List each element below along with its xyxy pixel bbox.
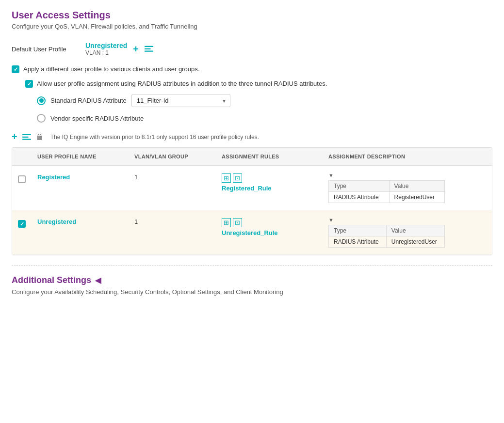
svg-rect-3: [22, 134, 31, 135]
row1-assignment-cell: ⊞ ⊡ Registered_Rule: [222, 173, 317, 192]
row2-edit-icon[interactable]: ⊞: [222, 218, 231, 227]
row1-desc-type-header: Type: [329, 181, 390, 192]
row2-vlan: 1: [129, 217, 216, 226]
row2-desc-type-header: Type: [329, 225, 387, 236]
delete-rule-button[interactable]: 🗑: [36, 133, 44, 141]
apply-different-checkbox[interactable]: [12, 65, 19, 73]
toolbar-info-text: The IQ Engine with version prior to 8.1r…: [50, 134, 259, 141]
row2-profile-link[interactable]: Unregistered: [37, 218, 76, 225]
manage-rules-icon[interactable]: [22, 134, 31, 141]
additional-settings-label: Additional Settings: [12, 275, 91, 285]
allow-radius-checkbox[interactable]: [25, 80, 33, 88]
row1-profile-link[interactable]: Registered: [37, 173, 70, 181]
profile-vlan: VLAN : 1: [85, 49, 127, 56]
apply-different-label: Apply a different user profile to variou…: [23, 65, 199, 74]
standard-radius-label: Standard RADIUS Attribute: [50, 97, 127, 104]
row2-checkbox-cell: [12, 217, 32, 229]
row2-assignment-cell: ⊞ ⊡ Unregistered_Rule: [222, 218, 317, 236]
page-title: User Access Settings: [12, 10, 492, 21]
row1-checkbox[interactable]: [18, 175, 26, 183]
profiles-table: USER PROFILE NAME VLAN/VLAN GROUP ASSIGN…: [12, 147, 492, 255]
row1-desc-data-row: RADIUS Attribute RegisteredUser: [329, 192, 445, 203]
apply-different-checkbox-row: Apply a different user profile to variou…: [12, 65, 492, 74]
allow-radius-label: Allow user profile assignment using RADI…: [37, 79, 327, 88]
table-row: Unregistered 1 ⊞ ⊡ Unregistered_Rule ▼ T…: [12, 210, 492, 255]
row2-desc-type: RADIUS Attribute: [329, 236, 387, 248]
row2-copy-icon[interactable]: ⊡: [233, 218, 242, 227]
standard-radius-radio[interactable]: [37, 96, 46, 105]
th-vlan: VLAN/VLAN GROUP: [129, 152, 216, 161]
row2-checkbox[interactable]: [18, 220, 26, 228]
radius-attribute-dropdown-wrapper: 11_Filter-Id 1_User-Name 64_Tunnel-Type …: [131, 94, 230, 107]
svg-rect-4: [22, 137, 29, 138]
chevron-left-icon[interactable]: ◀: [95, 276, 101, 285]
row1-rule-icons: ⊞ ⊡: [222, 173, 242, 183]
additional-settings-title: Additional Settings ◀: [12, 275, 492, 285]
row1-desc-table: Type Value RADIUS Attribute RegisteredUs…: [328, 180, 445, 203]
row2-desc-value: UnregisteredUser: [386, 236, 444, 248]
row1-checkbox-cell: [12, 172, 32, 184]
table-header: USER PROFILE NAME VLAN/VLAN GROUP ASSIGN…: [12, 148, 492, 166]
row1-desc-value-header: Value: [389, 181, 444, 192]
row2-desc-table: Type Value RADIUS Attribute Unregistered…: [328, 225, 445, 248]
row2-desc-data-row: RADIUS Attribute UnregisteredUser: [329, 236, 445, 248]
row2-rule-icons: ⊞ ⊡: [222, 218, 242, 227]
vendor-radius-label: Vendor specific RADIUS Attribute: [50, 115, 144, 122]
add-profile-button[interactable]: +: [133, 44, 139, 55]
vendor-radius-radio[interactable]: [37, 114, 46, 123]
row1-rule-link[interactable]: Registered_Rule: [222, 185, 272, 192]
manage-profiles-icon[interactable]: [145, 46, 153, 52]
profile-name-link[interactable]: Unregistered: [85, 42, 127, 49]
row1-desc-type: RADIUS Attribute: [329, 192, 390, 203]
svg-rect-0: [145, 46, 153, 47]
row1-desc-value: RegisteredUser: [389, 192, 444, 203]
page-subtitle: Configure your QoS, VLAN, Firewall polic…: [12, 23, 492, 30]
th-assignment-rules: ASSIGNMENT RULES: [216, 152, 323, 161]
svg-rect-1: [145, 48, 151, 49]
table-row: Registered 1 ⊞ ⊡ Registered_Rule ▼ Type …: [12, 166, 492, 210]
toolbar-row: + 🗑 The IQ Engine with version prior to …: [12, 131, 492, 142]
radius-attribute-dropdown[interactable]: 11_Filter-Id 1_User-Name 64_Tunnel-Type …: [131, 94, 230, 107]
additional-settings-subtitle: Configure your Availability Scheduling, …: [12, 288, 492, 296]
row2-assignment: ⊞ ⊡ Unregistered_Rule: [216, 217, 323, 237]
row1-profile-name: Registered: [32, 172, 129, 182]
row2-desc-value-header: Value: [386, 225, 444, 236]
row1-copy-icon[interactable]: ⊡: [233, 173, 242, 183]
profile-info: Unregistered VLAN : 1: [85, 42, 127, 56]
svg-rect-5: [22, 139, 31, 140]
row2-description: ▼ Type Value RADIUS Attribute Unregister…: [323, 217, 492, 248]
default-profile-row: Default User Profile Unregistered VLAN :…: [12, 42, 492, 56]
row2-rule-link[interactable]: Unregistered_Rule: [222, 229, 278, 236]
section-divider: [12, 265, 492, 266]
th-profile-name: USER PROFILE NAME: [32, 152, 129, 161]
th-assignment-desc: ASSIGNMENT DESCRIPTION: [323, 152, 492, 161]
row1-description: ▼ Type Value RADIUS Attribute Registered…: [323, 172, 492, 203]
vendor-radius-row: Vendor specific RADIUS Attribute: [37, 114, 492, 123]
svg-rect-2: [145, 51, 153, 52]
th-checkbox: [12, 152, 32, 161]
row1-assignment: ⊞ ⊡ Registered_Rule: [216, 172, 323, 193]
default-profile-label: Default User Profile: [12, 46, 80, 53]
standard-radius-row: Standard RADIUS Attribute 11_Filter-Id 1…: [37, 94, 492, 107]
row1-edit-icon[interactable]: ⊞: [222, 173, 231, 183]
allow-radius-checkbox-row: Allow user profile assignment using RADI…: [25, 79, 492, 88]
row2-profile-name: Unregistered: [32, 217, 129, 226]
row1-vlan: 1: [129, 172, 216, 182]
add-rule-button[interactable]: +: [12, 131, 17, 142]
